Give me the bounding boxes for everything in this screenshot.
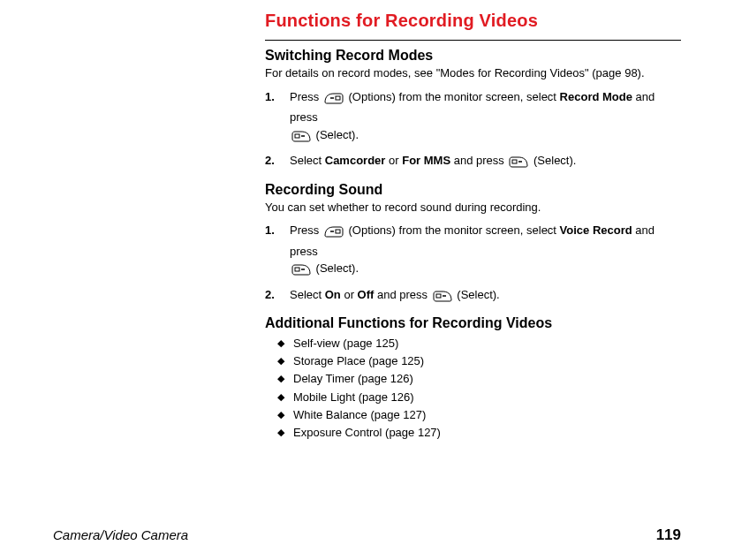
step-item: Press (Options) from the monitor screen,… <box>265 88 681 148</box>
svg-rect-8 <box>295 268 299 271</box>
subheading-additional: Additional Functions for Recording Video… <box>265 315 681 331</box>
subheading-sound: Recording Sound <box>265 182 681 198</box>
softkey-left-icon <box>291 130 311 148</box>
page-title: Functions for Recording Videos <box>265 11 681 31</box>
softkey-right-icon <box>324 92 344 110</box>
softkey-right-icon <box>324 225 344 243</box>
list-item: White Balance (page 127) <box>277 406 681 424</box>
list-item: Delay Timer (page 126) <box>277 370 681 388</box>
list-item: Storage Place (page 125) <box>277 352 681 370</box>
intro-switching: For details on record modes, see "Modes … <box>265 65 681 81</box>
footer-page-number: 119 <box>656 526 681 544</box>
svg-rect-0 <box>336 96 340 100</box>
footer-section-name: Camera/Video Camera <box>53 527 188 542</box>
softkey-left-icon <box>509 155 528 173</box>
section-switching-modes: Switching Record Modes For details on re… <box>265 48 681 173</box>
section-additional-functions: Additional Functions for Recording Video… <box>265 315 681 442</box>
section-recording-sound: Recording Sound You can set whether to r… <box>265 182 681 307</box>
additional-list: Self-view (page 125) Storage Place (page… <box>265 335 681 442</box>
svg-rect-2 <box>295 134 299 138</box>
step-item: Select On or Off and press (Select). <box>265 286 681 307</box>
intro-sound: You can set whether to record sound duri… <box>265 200 681 216</box>
list-item: Mobile Light (page 126) <box>277 389 681 406</box>
title-rule <box>265 40 681 41</box>
list-item: Self-view (page 125) <box>277 335 681 352</box>
step-item: Press (Options) from the monitor screen,… <box>265 222 681 281</box>
softkey-left-icon <box>291 263 311 281</box>
steps-sound: Press (Options) from the monitor screen,… <box>265 222 681 306</box>
steps-switching: Press (Options) from the monitor screen,… <box>265 88 681 173</box>
list-item: Exposure Control (page 127) <box>277 424 681 442</box>
softkey-left-icon <box>433 290 452 307</box>
svg-rect-6 <box>336 230 340 233</box>
manual-page: Functions for Recording Videos Switching… <box>0 0 734 560</box>
subheading-switching: Switching Record Modes <box>265 48 681 64</box>
page-footer: Camera/Video Camera 119 <box>53 526 681 544</box>
step-item: Select Camcorder or For MMS and press (S… <box>265 152 681 173</box>
svg-rect-4 <box>512 160 517 163</box>
svg-rect-10 <box>436 294 441 298</box>
